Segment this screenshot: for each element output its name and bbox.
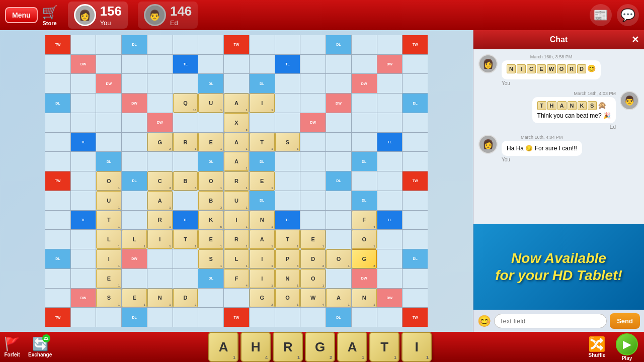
board-cell[interactable] — [173, 249, 198, 268]
board-cell[interactable] — [198, 308, 223, 327]
board-cell[interactable] — [300, 171, 326, 191]
board-cell[interactable] — [198, 35, 223, 54]
board-cell[interactable] — [71, 308, 96, 327]
board-cell[interactable] — [122, 152, 147, 171]
board-cell[interactable] — [377, 308, 403, 327]
board-cell[interactable] — [250, 113, 275, 132]
board-cell[interactable]: R1 — [147, 211, 173, 230]
board-cell[interactable] — [45, 289, 70, 308]
board-cell[interactable]: DW — [300, 113, 326, 132]
board-cell[interactable] — [45, 113, 70, 132]
board-cell[interactable] — [300, 152, 326, 171]
board-cell[interactable] — [403, 269, 428, 288]
board-cell[interactable]: I1 — [250, 94, 275, 113]
board-cell[interactable]: DL — [96, 152, 121, 171]
board-cell[interactable] — [173, 308, 198, 327]
board-cell[interactable] — [326, 152, 351, 171]
board-cell[interactable] — [300, 94, 326, 113]
board-cell[interactable]: A1 — [147, 191, 173, 210]
board-cell[interactable]: R1 — [224, 171, 249, 191]
board-cell[interactable]: D2 — [173, 289, 198, 308]
board-cell[interactable]: O1 — [300, 269, 326, 288]
board-cell[interactable]: U1 — [224, 191, 249, 210]
board-cell[interactable]: B3 — [173, 171, 198, 191]
board-cell[interactable]: DL — [250, 191, 275, 210]
board-cell[interactable]: DL — [403, 249, 428, 268]
board-cell[interactable]: L1 — [224, 249, 249, 268]
rack-tile-6[interactable]: T1 — [369, 332, 399, 362]
board-cell[interactable] — [224, 289, 249, 308]
board-cell[interactable] — [377, 35, 403, 54]
emoji-button[interactable]: 😊 — [477, 315, 491, 328]
play-button[interactable]: ▶ Play — [616, 333, 638, 361]
news-icon-button[interactable]: 📰 — [590, 4, 612, 26]
board-cell[interactable]: O1 — [198, 171, 223, 191]
board-cell[interactable] — [71, 152, 96, 171]
board-cell[interactable]: T1 — [275, 230, 300, 249]
board-cell[interactable] — [224, 74, 249, 93]
board-cell[interactable] — [403, 133, 428, 152]
board-cell[interactable] — [275, 191, 300, 210]
board-cell[interactable]: DW — [352, 269, 377, 288]
board-cell[interactable] — [45, 230, 70, 249]
board-cell[interactable]: T1 — [250, 133, 275, 152]
board-cell[interactable] — [326, 269, 351, 288]
board-cell[interactable] — [250, 35, 275, 54]
board-cell[interactable] — [224, 55, 249, 74]
board-cell[interactable] — [326, 113, 351, 132]
board-cell[interactable] — [300, 133, 326, 152]
board-cell[interactable] — [71, 74, 96, 93]
board-cell[interactable]: TW — [45, 171, 70, 191]
board-cell[interactable]: K5 — [198, 211, 223, 230]
board-cell[interactable]: DL — [122, 308, 147, 327]
board-cell[interactable] — [45, 74, 70, 93]
rack-tile-1[interactable]: A1 — [208, 332, 238, 362]
board-cell[interactable] — [250, 308, 275, 327]
board-cell[interactable] — [275, 94, 300, 113]
board-cell[interactable] — [147, 308, 173, 327]
board-cell[interactable]: TL — [377, 211, 403, 230]
board-cell[interactable] — [300, 308, 326, 327]
board-cell[interactable]: G2 — [352, 249, 377, 268]
board-cell[interactable] — [122, 113, 147, 132]
board-cell[interactable]: DL — [326, 35, 351, 54]
board-cell[interactable] — [403, 55, 428, 74]
board-cell[interactable] — [45, 191, 70, 210]
board-cell[interactable]: B3 — [198, 191, 223, 210]
board-cell[interactable] — [147, 74, 173, 93]
board-cell[interactable]: E1 — [198, 230, 223, 249]
board-cell[interactable] — [71, 230, 96, 249]
board-cell[interactable] — [45, 269, 70, 288]
rack-tile-5[interactable]: A1 — [337, 332, 367, 362]
board-cell[interactable] — [122, 55, 147, 74]
board-cell[interactable]: DL — [250, 152, 275, 171]
board-cell[interactable] — [275, 74, 300, 93]
board-cell[interactable]: G2 — [250, 289, 275, 308]
board-cell[interactable]: O1 — [326, 249, 351, 268]
board-cell[interactable]: E1 — [198, 133, 223, 152]
rack-tile-4[interactable]: G2 — [305, 332, 335, 362]
board-cell[interactable] — [147, 269, 173, 288]
board-cell[interactable]: X8 — [224, 113, 249, 132]
board-cell[interactable]: TW — [45, 35, 70, 54]
board-cell[interactable] — [45, 55, 70, 74]
rack-tile-3[interactable]: R1 — [273, 332, 303, 362]
board-cell[interactable] — [300, 55, 326, 74]
board-cell[interactable]: TW — [403, 308, 428, 327]
shuffle-button[interactable]: 🔀 Shuffle — [588, 336, 606, 358]
board-cell[interactable]: DL — [198, 269, 223, 288]
board-cell[interactable] — [377, 171, 403, 191]
board-cell[interactable]: TW — [403, 35, 428, 54]
board-cell[interactable]: TW — [224, 35, 249, 54]
board-cell[interactable] — [352, 94, 377, 113]
board-cell[interactable]: TW — [224, 308, 249, 327]
board-cell[interactable] — [96, 113, 121, 132]
board-cell[interactable]: N1 — [275, 269, 300, 288]
board-cell[interactable]: DW — [377, 55, 403, 74]
board-cell[interactable]: N1 — [147, 289, 173, 308]
board-cell[interactable]: TL — [71, 211, 96, 230]
chat-icon-button[interactable]: 💬 — [617, 4, 639, 26]
board-cell[interactable] — [71, 171, 96, 191]
board-cell[interactable] — [403, 113, 428, 132]
board-cell[interactable]: F4 — [352, 211, 377, 230]
